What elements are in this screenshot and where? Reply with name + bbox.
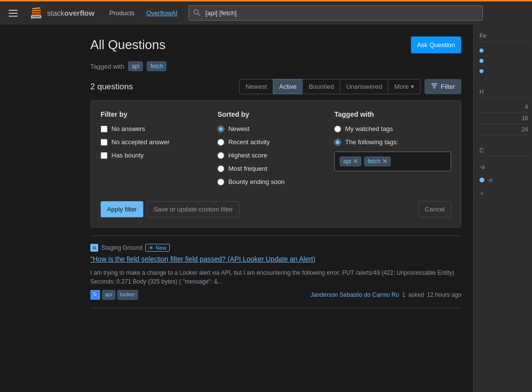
has-bounty-checkbox[interactable] [101, 152, 107, 159]
left-sidebar [0, 25, 79, 392]
sort-frequent-label[interactable]: Most frequent [228, 165, 267, 172]
svg-line-9 [198, 13, 200, 15]
tab-more[interactable]: More ▾ [388, 79, 421, 94]
tag-input-area[interactable]: api ✕ fetch ✕ [334, 152, 451, 171]
rs-custom-header: C [478, 145, 528, 157]
questions-row: 2 questions Newest Active Bountied Unans… [90, 79, 461, 94]
rs-blue-dot [479, 178, 484, 183]
logo-text: stackoverflow [47, 9, 95, 17]
right-sidebar: Fe H 4 16 24 C -a -o -r [473, 25, 532, 392]
sort-recent: Recent activity [217, 138, 315, 146]
tab-bountied[interactable]: Bountied [302, 79, 340, 94]
rs-custom-3: -r [478, 187, 528, 200]
search-icon [193, 9, 200, 17]
question-list: ⧉ Staging Ground 👁 New "How is the field… [90, 235, 461, 308]
search-input[interactable] [188, 5, 483, 21]
overflowai-link[interactable]: OverflowAI [143, 7, 181, 19]
filter-actions: Apply filter Save or update custom filte… [101, 201, 451, 217]
sort-recent-label[interactable]: Recent activity [228, 138, 270, 146]
staging-ground-icon: ⧉ [90, 244, 98, 252]
sort-highest: Highest score [217, 152, 315, 159]
rs-item-1 [478, 46, 528, 56]
save-filter-button[interactable]: Save or update custom filter [147, 201, 239, 217]
active-tag-api[interactable]: api ✕ [340, 157, 361, 166]
tag-watched-label[interactable]: My watched tags [345, 125, 393, 132]
rs-item-2 [478, 56, 528, 66]
tag-following-label[interactable]: The following tags: [345, 138, 398, 146]
more-label: More [394, 83, 409, 90]
sort-newest: Newest [217, 125, 315, 132]
sorted-by-column: Sorted by Newest Recent activity Highest… [217, 110, 315, 191]
filter-button[interactable]: Filter [425, 79, 461, 94]
active-tag-fetch[interactable]: fetch ✕ [364, 157, 391, 166]
tab-newest[interactable]: Newest [239, 79, 273, 94]
sort-recent-radio[interactable] [217, 139, 224, 146]
site-logo[interactable]: stackoverflow [28, 4, 95, 22]
sort-bounty-radio[interactable] [217, 179, 224, 185]
svg-rect-3 [31, 15, 32, 18]
fetch-tag-remove[interactable]: ✕ [382, 158, 387, 165]
sort-highest-radio[interactable] [217, 152, 224, 159]
new-badge-text: New [156, 245, 166, 251]
has-bounty-label[interactable]: Has bounty [111, 152, 144, 159]
rs-number-1: 4 [478, 102, 528, 113]
tagged-with-label: Tagged with [90, 63, 124, 70]
page-title-row: All Questions Ask Question [90, 36, 461, 53]
apply-filter-button[interactable]: Apply filter [101, 201, 143, 217]
filter-no-answers: No answers [101, 125, 198, 132]
tab-unanswered[interactable]: Unanswered [340, 79, 388, 94]
question-tag-api[interactable]: api [102, 290, 115, 300]
no-accepted-label[interactable]: No accepted answer [111, 138, 170, 146]
tagged-with-filter-title: Tagged with [334, 110, 451, 118]
svg-rect-2 [40, 15, 41, 18]
filter-by-column: Filter by No answers No accepted answer … [101, 110, 198, 191]
filter-actions-left: Apply filter Save or update custom filte… [101, 201, 239, 217]
no-answers-checkbox[interactable] [101, 126, 107, 132]
no-accepted-checkbox[interactable] [101, 139, 107, 146]
tag-following-radio[interactable] [334, 139, 341, 146]
sort-newest-radio[interactable] [217, 126, 224, 132]
filter-by-title: Filter by [101, 110, 198, 118]
tag-following: The following tags: [334, 138, 451, 146]
question-tag-looker[interactable]: looker [117, 290, 138, 300]
api-tag-remove[interactable]: ✕ [353, 158, 358, 165]
search-bar [188, 5, 483, 21]
question-user-link[interactable]: Janderson Sebastio do Carmo Ro [310, 291, 399, 298]
question-meta: Janderson Sebastio do Carmo Ro 1 asked 1… [310, 291, 461, 298]
asked-label: asked [408, 291, 424, 298]
sort-bounty: Bounty ending soon [217, 178, 315, 185]
sort-frequent-radio[interactable] [217, 165, 224, 172]
page-title: All Questions [90, 37, 165, 52]
rs-custom-2: -o [478, 174, 528, 187]
tab-active[interactable]: Active [273, 79, 303, 94]
questions-count: 2 questions [90, 82, 133, 92]
sort-frequent: Most frequent [217, 165, 315, 172]
tag-api[interactable]: api [128, 61, 143, 71]
main-content: All Questions Ask Question Tagged with a… [79, 25, 473, 392]
question-title[interactable]: "How is the field selection filter field… [90, 255, 461, 264]
filter-icon [431, 83, 438, 90]
svg-rect-1 [31, 15, 40, 16]
sorted-by-title: Sorted by [217, 110, 315, 118]
tag-fetch[interactable]: fetch [147, 61, 166, 71]
asked-time: 12 hours ago [427, 291, 461, 298]
tagged-with-column: Tagged with My watched tags The followin… [334, 110, 451, 191]
page-wrapper: All Questions Ask Question Tagged with a… [0, 25, 532, 392]
products-link[interactable]: Products [106, 7, 137, 19]
rs-number-3: 24 [478, 124, 528, 135]
sort-bounty-label[interactable]: Bounty ending soon [228, 178, 285, 185]
cancel-button[interactable]: Cancel [419, 201, 451, 217]
svg-rect-4 [32, 7, 41, 9]
tag-watched-radio[interactable] [334, 126, 341, 132]
topnav-links: Products OverflowAI [106, 7, 181, 19]
stackoverflow-logo-icon [28, 4, 44, 22]
no-answers-label[interactable]: No answers [111, 125, 145, 132]
sort-highest-label[interactable]: Highest score [228, 152, 267, 159]
rs-number-2: 16 [478, 113, 528, 124]
svg-rect-0 [31, 17, 40, 19]
rs-dot-1 [479, 49, 483, 52]
sort-newest-label[interactable]: Newest [228, 125, 249, 132]
hamburger-menu[interactable] [6, 7, 21, 20]
ask-question-button[interactable]: Ask Question [411, 36, 461, 53]
vote-count: 1 [402, 291, 405, 298]
